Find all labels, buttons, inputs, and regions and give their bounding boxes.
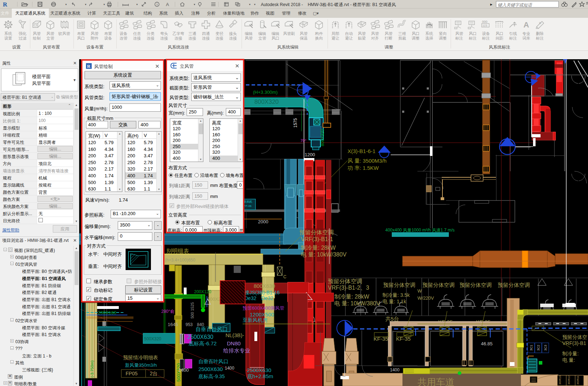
svg-text:De32 De32: De32 De32 — [244, 295, 273, 301]
svg-text:R: R — [3, 1, 7, 8]
svg-text:800X320: 800X320 — [320, 129, 325, 146]
svg-text:接JS(3B)-B1-16: 接JS(3B)-B1-16 — [244, 290, 280, 295]
svg-text:(H+3.300m): (H+3.300m) — [253, 90, 278, 95]
svg-text:制冷量:: 制冷量: — [562, 351, 579, 356]
svg-text:1400: 1400 — [178, 367, 189, 373]
svg-text:W/220V: W/220V — [417, 295, 434, 301]
svg-text:预留分体空调: 预留分体空调 — [299, 229, 334, 235]
svg-text:自垂百叶风口: 自垂百叶风口 — [198, 359, 228, 364]
svg-text:400x400 风量1000 m³/h 风速1.7 m/s: 400x400 风量1000 m³/h 风速1.7 m/s — [385, 228, 455, 233]
svg-text:底h+2.85m: 底h+2.85m — [247, 373, 273, 379]
svg-text:制冷量: 3.5k: 制冷量: 3.5k — [382, 292, 410, 298]
svg-text:预留分体空: 预留分体空 — [562, 334, 587, 340]
svg-text:预留分体空调: 预留分体空调 — [328, 278, 362, 284]
svg-text:DN80: DN80 — [227, 340, 240, 346]
svg-text:预留分体空调: 预留分体空调 — [383, 282, 415, 288]
svg-text:电 量:: 电 量: — [562, 357, 575, 363]
svg-text:X(3)-B1-6-1: X(3)-B1-6-1 — [348, 148, 375, 154]
svg-text:新风量350m3/h: 新风量350m3/h — [125, 362, 157, 368]
svg-text:VRF(3)-B1: VRF(3)-B1 — [562, 340, 586, 346]
svg-text:2000: 2000 — [258, 219, 268, 224]
svg-text:1400: 1400 — [390, 367, 400, 372]
svg-text:280°俞: 280°俞 — [161, 309, 174, 314]
svg-text:3C3: 3C3 — [544, 345, 547, 351]
svg-text:预留情冷明细表: 预留情冷明细表 — [123, 355, 158, 360]
svg-text:800X320: 800X320 — [254, 98, 279, 105]
svg-text:NL(3B)-: NL(3B)- — [225, 332, 244, 338]
svg-text:46.85: 46.85 — [481, 341, 493, 346]
svg-text:电 量: 10kW/380V: 电 量: 10kW/380V — [301, 252, 346, 258]
svg-text:500 1525: 500 1525 — [190, 302, 194, 319]
svg-text:500X320: 500X320 — [144, 336, 161, 341]
svg-text:1645: 1645 — [168, 322, 178, 327]
svg-text:3GR11: 3GR11 — [576, 376, 579, 385]
svg-text:自垂百叶风口: 自垂百叶风口 — [196, 326, 228, 332]
svg-text:800X630: 800X630 — [254, 283, 275, 289]
svg-text:VRF(3)-B1-2、3: VRF(3)-B1-2、3 — [328, 285, 369, 291]
svg-text:W: W — [417, 288, 422, 294]
svg-text:1: 1 — [156, 3, 158, 6]
svg-text:2500X630: 2500X630 — [187, 334, 213, 340]
svg-text:3GR12: 3GR12 — [567, 375, 571, 385]
svg-text:(h+3.4+100)650: (h+3.4+100)650 — [165, 258, 196, 263]
svg-text:1200: 1200 — [305, 152, 315, 157]
svg-text:C: C — [283, 274, 287, 279]
svg-text:3GR13: 3GR13 — [558, 375, 562, 385]
svg-text:给排水专业: 给排水专业 — [223, 347, 250, 354]
svg-text:预留600X400洞风管: 预留600X400洞风管 — [242, 305, 284, 311]
svg-text:FP-06: FP-06 — [244, 204, 252, 208]
svg-text:953: 953 — [186, 322, 193, 327]
svg-text:制冷量: 28kW: 制冷量: 28kW — [334, 294, 370, 300]
svg-text:功 率: 1.5KW: 功 率: 1.5KW — [348, 165, 379, 171]
svg-text:2台: 2台 — [150, 371, 158, 376]
svg-text:预留分体空调: 预留分体空调 — [422, 282, 455, 288]
svg-text:2500X630: 2500X630 — [247, 367, 271, 373]
svg-text:底标高-6.72: 底标高-6.72 — [188, 340, 217, 346]
svg-text:FP05: FP05 — [126, 371, 138, 376]
svg-text:(-3.750m): (-3.750m) — [90, 360, 94, 377]
svg-text:电 量: 10kW/380V: 电 量: 10kW/380V — [334, 300, 380, 306]
svg-text:200X160: 200X160 — [98, 310, 116, 315]
svg-text:共用车道: 共用车道 — [417, 377, 455, 386]
svg-text:风 量: 3500M3/h: 风 量: 3500M3/h — [348, 158, 386, 164]
svg-text:R: R — [87, 64, 91, 69]
svg-text:别明细表: 别明细表 — [166, 248, 189, 254]
svg-text:3C2: 3C2 — [537, 345, 540, 351]
svg-text:预留分体空调: 预留分体空调 — [460, 282, 492, 288]
svg-text:A: A — [166, 2, 169, 7]
svg-text:200X120: 200X120 — [194, 289, 211, 294]
svg-text:电 量: 1.1k: 电 量: 1.1k — [382, 299, 406, 304]
svg-text:1575: 1575 — [293, 118, 298, 128]
svg-text:底标高-9.35: 底标高-9.35 — [198, 374, 225, 379]
svg-text:预留分体空调: 预留分体空调 — [498, 282, 530, 288]
svg-text:至新风机房: 至新风机房 — [243, 317, 268, 323]
svg-text:1200X500: 1200X500 — [250, 311, 274, 318]
svg-text:VRF(3)-B1-1: VRF(3)-B1-1 — [301, 236, 333, 242]
svg-text:1400: 1400 — [225, 366, 234, 371]
svg-text:2500X630: 2500X630 — [198, 366, 223, 372]
svg-text:3C1: 3C1 — [529, 345, 533, 351]
svg-text:70°: 70° — [300, 138, 306, 143]
svg-text:新风机: 新风机 — [244, 200, 252, 203]
svg-text:共5台: 共5台 — [385, 316, 399, 322]
svg-text:制冷量: 28kW: 制冷量: 28kW — [301, 245, 336, 251]
